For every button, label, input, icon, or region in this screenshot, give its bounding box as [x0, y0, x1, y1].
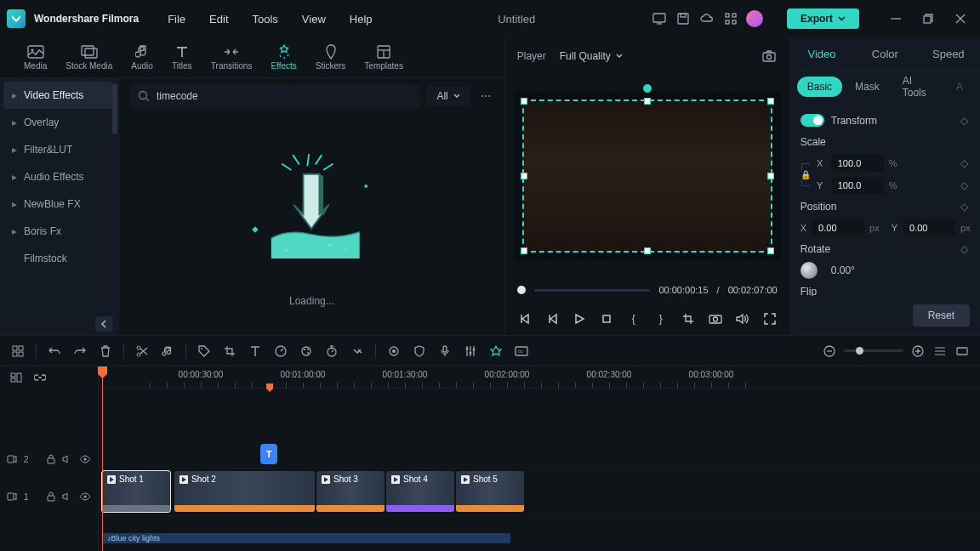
- fullscreen-icon[interactable]: [762, 311, 778, 327]
- color-tool-icon[interactable]: [299, 344, 314, 359]
- zoom-slider[interactable]: [844, 349, 903, 352]
- clip-4[interactable]: Shot 4: [386, 471, 454, 512]
- search-box[interactable]: [129, 84, 419, 108]
- quality-selector[interactable]: Full Quality: [560, 50, 623, 62]
- sidebar-item-overlay[interactable]: ▸Overlay: [3, 109, 112, 136]
- subtab-mask[interactable]: Mask: [845, 77, 890, 97]
- sidebar-item-newblue[interactable]: ▸NewBlue FX: [3, 190, 112, 218]
- video-track[interactable]: Shot 1Shot 2Shot 3Shot 4Shot 5: [99, 469, 980, 516]
- pos-y-input[interactable]: [903, 219, 955, 236]
- export-button[interactable]: Export: [787, 9, 859, 29]
- apps-icon[interactable]: [722, 10, 739, 27]
- menu-help[interactable]: Help: [339, 9, 383, 29]
- clip-5[interactable]: Shot 5: [456, 471, 524, 512]
- clip-2[interactable]: Shot 2: [174, 471, 315, 512]
- scale-y-input[interactable]: [831, 177, 884, 194]
- tab-stickers[interactable]: Stickers: [309, 41, 353, 74]
- resize-handle-tl[interactable]: [521, 98, 527, 105]
- play-icon[interactable]: [572, 311, 587, 327]
- delete-icon[interactable]: [98, 344, 113, 359]
- cloud-icon[interactable]: [698, 10, 715, 27]
- sidebar-item-boris[interactable]: ▸Boris Fx: [3, 218, 112, 245]
- scale-y-keyframe-icon[interactable]: ◇: [958, 179, 970, 191]
- resize-handle-tc[interactable]: [644, 98, 651, 105]
- cc-icon[interactable]: cc: [514, 344, 529, 359]
- split-icon[interactable]: [134, 344, 150, 359]
- title-track[interactable]: T: [99, 441, 980, 469]
- sidebar-item-filterlut[interactable]: ▸Filter&LUT: [3, 136, 112, 163]
- menu-edit[interactable]: Edit: [199, 9, 238, 29]
- tab-stock[interactable]: Stock Media: [59, 41, 119, 74]
- step-back-icon[interactable]: [544, 311, 560, 327]
- props-tab-color[interactable]: Color: [853, 37, 916, 71]
- more-tools-icon[interactable]: [350, 344, 365, 359]
- tab-media[interactable]: Media: [17, 41, 54, 74]
- fit-icon[interactable]: [954, 344, 970, 359]
- clip-1[interactable]: Shot 1: [102, 471, 170, 512]
- title-clip[interactable]: T: [260, 444, 277, 464]
- lock-icon[interactable]: [47, 491, 55, 502]
- resize-handle-mr[interactable]: [767, 173, 774, 179]
- more-options-icon[interactable]: ⋯: [477, 87, 494, 105]
- collapse-sidebar-icon[interactable]: [95, 316, 112, 332]
- transform-toggle[interactable]: [801, 114, 824, 127]
- timer-icon[interactable]: [324, 344, 339, 359]
- resize-handle-bl[interactable]: [521, 247, 527, 254]
- lock-aspect-icon[interactable]: 🔒: [801, 170, 811, 179]
- stop-icon[interactable]: [599, 311, 614, 327]
- user-avatar[interactable]: [746, 10, 763, 27]
- audio-track[interactable]: ♪ Blue city lights: [99, 516, 980, 547]
- mic-icon[interactable]: [437, 344, 453, 359]
- tab-audio[interactable]: Audio: [124, 41, 160, 74]
- snapshot-icon[interactable]: [761, 48, 778, 65]
- scrub-track[interactable]: [534, 289, 651, 292]
- reset-button[interactable]: Reset: [913, 304, 970, 327]
- props-tab-video[interactable]: Video: [790, 37, 853, 71]
- timeline-ruler[interactable]: 00:00:30:0000:01:00:0000:01:30:0000:02:0…: [99, 366, 980, 389]
- visibility-icon[interactable]: [79, 492, 91, 501]
- sidebar-scrollbar[interactable]: [112, 83, 117, 134]
- zoom-out-icon[interactable]: [822, 344, 837, 359]
- crop-tool-icon[interactable]: [222, 344, 237, 359]
- sidebar-item-filmstock[interactable]: Filmstock: [3, 245, 112, 272]
- music-tool-icon[interactable]: [160, 344, 175, 359]
- mute-icon[interactable]: [62, 454, 72, 464]
- rotate-handle[interactable]: [643, 84, 652, 93]
- speed-tool-icon[interactable]: [273, 344, 288, 359]
- tag-icon[interactable]: [197, 344, 212, 359]
- menu-view[interactable]: View: [292, 9, 336, 29]
- mark-out-icon[interactable]: }: [653, 311, 669, 327]
- video-track-2-head[interactable]: 2: [0, 446, 98, 473]
- close-button[interactable]: [948, 6, 973, 31]
- text-tool-icon[interactable]: [248, 344, 263, 359]
- video-track-1-head[interactable]: 1: [0, 473, 98, 520]
- pos-x-input[interactable]: [812, 219, 864, 236]
- subtab-a[interactable]: A: [946, 77, 973, 97]
- visibility-icon[interactable]: [79, 455, 91, 463]
- tab-effects[interactable]: Effects: [264, 41, 303, 74]
- minimize-button[interactable]: [883, 6, 909, 31]
- volume-icon[interactable]: [735, 311, 750, 327]
- playhead[interactable]: [102, 366, 103, 551]
- camera-icon[interactable]: [708, 311, 723, 327]
- view-mode-icon[interactable]: [932, 344, 948, 359]
- subtab-basic[interactable]: Basic: [797, 77, 842, 97]
- shield-icon[interactable]: [412, 344, 427, 359]
- tab-transitions[interactable]: Transitions: [204, 41, 259, 74]
- subtab-ai[interactable]: AI Tools: [892, 71, 943, 103]
- timeline-marker[interactable]: [266, 383, 273, 392]
- save-icon[interactable]: [675, 10, 692, 27]
- sidebar-item-audio-effects[interactable]: ▸Audio Effects: [3, 163, 112, 190]
- link-track-icon[interactable]: [32, 370, 48, 385]
- scale-x-keyframe-icon[interactable]: ◇: [958, 157, 970, 169]
- screen-icon[interactable]: [651, 10, 668, 27]
- sidebar-item-video-effects[interactable]: ▸Video Effects: [3, 82, 112, 109]
- undo-icon[interactable]: [47, 344, 62, 359]
- scale-x-input[interactable]: [831, 155, 884, 172]
- player-label[interactable]: Player: [517, 50, 546, 62]
- position-keyframe-icon[interactable]: ◇: [958, 201, 970, 213]
- marker-tool-icon[interactable]: [386, 344, 402, 359]
- audio-clip[interactable]: ♪ Blue city lights: [102, 533, 510, 543]
- resize-handle-br[interactable]: [767, 247, 774, 254]
- props-tab-speed[interactable]: Speed: [917, 37, 980, 71]
